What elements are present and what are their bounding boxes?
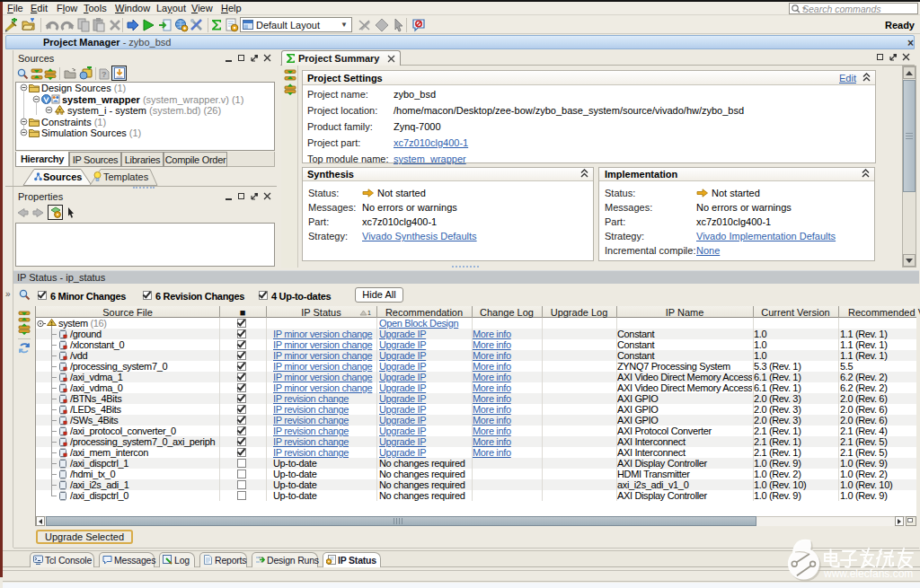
svg-text:1: 1 xyxy=(367,310,371,316)
svg-text:?: ? xyxy=(102,70,107,79)
svg-text:www.elecfans.com: www.elecfans.com xyxy=(823,567,913,580)
